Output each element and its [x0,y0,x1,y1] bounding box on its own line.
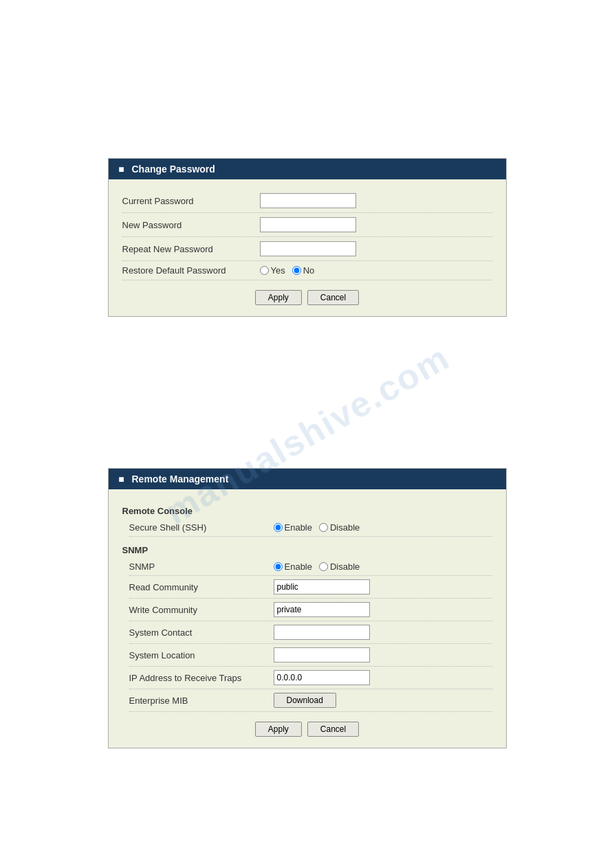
snmp-toggle-label: SNMP [129,561,274,572]
system-contact-label: System Contact [129,627,274,638]
write-community-label: Write Community [129,605,274,615]
restore-no-text: No [303,265,315,276]
change-password-header: ■ Change Password [109,159,506,179]
change-password-buttons: Apply Cancel [122,280,492,305]
ssh-enable-text: Enable [285,522,312,533]
snmp-radio-group: Enable Disable [274,561,360,572]
snmp-enable-text: Enable [285,561,312,572]
panel-icon-2: ■ [117,474,127,484]
new-password-input[interactable] [260,217,356,232]
change-password-apply-button[interactable]: Apply [255,290,302,305]
trap-ip-label: IP Address to Receive Traps [129,673,274,683]
ssh-disable-radio[interactable] [319,523,328,532]
snmp-disable-label[interactable]: Disable [319,561,360,572]
current-password-row: Current Password [122,189,492,213]
restore-default-row: Restore Default Password Yes No [122,261,492,280]
ssh-disable-label[interactable]: Disable [319,522,360,533]
change-password-cancel-button[interactable]: Cancel [307,290,359,305]
system-location-input[interactable] [274,647,370,663]
remote-management-panel: ■ Remote Management Remote Console Secur… [108,468,507,748]
restore-yes-label[interactable]: Yes [260,265,285,276]
write-community-row: Write Community [129,599,492,621]
remote-console-section: Remote Console [122,506,492,516]
enterprise-mib-label: Enterprise MIB [129,695,274,706]
ssh-radio-group: Enable Disable [274,522,360,533]
repeat-password-label: Repeat New Password [122,244,260,254]
ssh-enable-label[interactable]: Enable [274,522,312,533]
current-password-label: Current Password [122,196,260,206]
new-password-row: New Password [122,213,492,237]
ssh-label: Secure Shell (SSH) [129,522,274,533]
snmp-enable-label[interactable]: Enable [274,561,312,572]
read-community-input[interactable] [274,579,370,594]
snmp-toggle-row: SNMP Enable Disable [129,558,492,576]
remote-management-title: Remote Management [132,474,229,485]
write-community-input[interactable] [274,602,370,617]
restore-no-radio[interactable] [292,266,301,275]
remote-management-body: Remote Console Secure Shell (SSH) Enable… [109,489,506,748]
ssh-disable-text: Disable [330,522,360,533]
trap-ip-input[interactable] [274,670,370,685]
panel-icon: ■ [117,164,127,174]
enterprise-mib-row: Enterprise MIB Download [129,689,492,712]
ssh-row: Secure Shell (SSH) Enable Disable [129,519,492,537]
remote-management-buttons: Apply Cancel [122,712,492,737]
trap-ip-row: IP Address to Receive Traps [129,667,492,689]
change-password-body: Current Password New Password Repeat New… [109,179,506,316]
remote-management-cancel-button[interactable]: Cancel [307,722,359,737]
change-password-panel: ■ Change Password Current Password New P… [108,158,507,317]
restore-yes-radio[interactable] [260,266,269,275]
read-community-row: Read Community [129,576,492,599]
snmp-disable-radio[interactable] [319,562,328,571]
restore-yes-text: Yes [271,265,285,276]
ssh-enable-radio[interactable] [274,523,283,532]
read-community-label: Read Community [129,582,274,592]
remote-management-apply-button[interactable]: Apply [255,722,302,737]
system-location-label: System Location [129,650,274,660]
system-location-row: System Location [129,644,492,667]
repeat-password-input[interactable] [260,241,356,256]
download-button[interactable]: Download [274,693,336,708]
snmp-enable-radio[interactable] [274,562,283,571]
system-contact-input[interactable] [274,625,370,640]
snmp-section: SNMP [122,545,492,555]
restore-radio-group: Yes No [260,265,315,276]
remote-management-header: ■ Remote Management [109,469,506,489]
repeat-password-row: Repeat New Password [122,237,492,261]
restore-default-label: Restore Default Password [122,265,260,276]
change-password-title: Change Password [132,164,215,175]
current-password-input[interactable] [260,193,356,208]
restore-no-label[interactable]: No [292,265,315,276]
snmp-disable-text: Disable [330,561,360,572]
system-contact-row: System Contact [129,621,492,644]
new-password-label: New Password [122,220,260,230]
